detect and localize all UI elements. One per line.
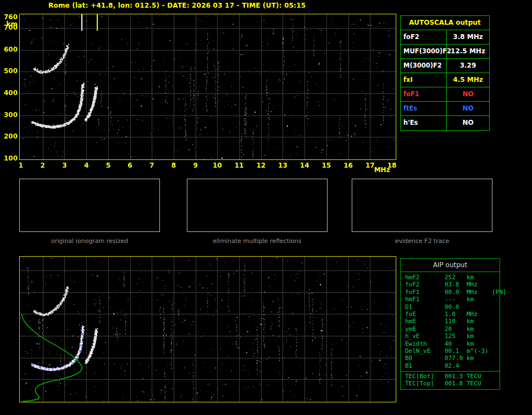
x-tick-label: 17 xyxy=(365,162,375,169)
x-tick-label: 5 xyxy=(106,162,110,169)
x-tick-label: 1 xyxy=(19,162,23,169)
autoscala-table-row: h'EsNO xyxy=(401,116,489,130)
aip-tec-row: TEC[Top]001.8TECU xyxy=(401,380,500,387)
aip-row-value: 001.3 xyxy=(445,373,467,380)
aip-row-note xyxy=(492,311,500,318)
aip-row-note xyxy=(492,347,500,355)
autoscala-row-label: foF1 xyxy=(401,87,447,101)
autoscala-table-row: ftEsNO xyxy=(401,102,489,116)
y-tick-label: 600 xyxy=(1,46,18,53)
aip-row-label: hmF1 xyxy=(405,296,445,303)
aip-row-label: hmE xyxy=(405,318,445,325)
aip-table-row: foF203.8MHz xyxy=(401,281,500,288)
aip-row-label: foF1 xyxy=(405,289,445,296)
aip-row-note xyxy=(492,318,500,325)
thumbnail-caption-reflections: eliminate multiple reflections xyxy=(213,237,302,245)
ionogram-canvas-scaled xyxy=(20,14,396,159)
x-tick-label: 12 xyxy=(256,162,265,169)
autoscala-table-row: foF1NO xyxy=(401,87,489,102)
x-tick-label: 16 xyxy=(343,162,353,169)
thumbnail-multiple-reflections xyxy=(187,179,328,232)
x-tick-label: 14 xyxy=(300,162,309,169)
autoscala-row-label: MUF(3000)F2 xyxy=(401,45,447,58)
aip-row-note xyxy=(492,281,500,288)
aip-table-title: AIP output xyxy=(401,259,500,272)
autoscala-row-value: 3.29 xyxy=(447,59,489,73)
y-tick-label: 200 xyxy=(1,132,18,140)
aip-table-row: B102.4 xyxy=(401,362,500,369)
aip-row-unit: km xyxy=(467,274,492,281)
aip-table-row: D100.0 xyxy=(401,303,500,311)
aip-row-label: B1 xyxy=(405,362,445,369)
aip-row-unit xyxy=(467,303,492,311)
y-tick-label: 300 xyxy=(1,111,18,119)
aip-row-note xyxy=(492,340,500,347)
autoscala-table-row: foF23.8 MHz xyxy=(401,30,489,45)
thumbnail-f2-trace xyxy=(352,179,492,232)
aip-row-value: 00.0 xyxy=(445,303,467,311)
ionogram-canvas-profile xyxy=(20,257,396,402)
autoscala-row-value: 4.5 MHz xyxy=(447,73,489,87)
aip-row-unit: km xyxy=(467,333,492,340)
aip-row-note xyxy=(492,333,500,340)
aip-table-row: Ewidth40km xyxy=(401,340,500,347)
x-tick-label: 2 xyxy=(41,162,45,169)
thumbnail-caption-f2trace: evidence F2 trace xyxy=(395,237,450,245)
autoscala-table-row: M(3000)F23.29 xyxy=(401,59,489,73)
aip-table-row: DelN_vE00.1m^(-3) xyxy=(401,347,500,355)
autoscala-row-value: 12.5 MHz xyxy=(447,45,489,58)
aip-row-label: h_vE xyxy=(405,333,445,340)
x-tick-label: 4 xyxy=(84,162,88,169)
aip-table-row: foE1.8MHz xyxy=(401,311,500,318)
aip-row-label: TEC[Bot] xyxy=(405,373,445,380)
aip-row-label: TEC[Top] xyxy=(405,380,445,387)
aip-row-value: 00.0 xyxy=(445,289,467,296)
aip-row-value: 40 xyxy=(445,340,467,347)
aip-row-value: 00.1 xyxy=(445,347,467,355)
aip-row-unit: MHz xyxy=(467,281,492,288)
aip-row-label: ymE xyxy=(405,325,445,333)
aip-row-note xyxy=(492,274,500,281)
aip-table-row: ymE20km xyxy=(401,325,500,333)
x-tick-label: 11 xyxy=(235,162,244,169)
aip-row-unit: km xyxy=(467,318,492,325)
ionogram-plot-scaled: foF2 fxI xyxy=(19,14,396,160)
thumbnail-canvas-original xyxy=(20,179,159,231)
page-title: Rome (lat: +41.8, lon: 012.5) - DATE: 20… xyxy=(48,2,306,9)
x-tick-label: 8 xyxy=(171,162,176,169)
y-axis-unit: km xyxy=(1,20,18,28)
aip-row-note: [PN] xyxy=(492,289,507,296)
aip-row-label: hmF2 xyxy=(405,274,445,281)
y-tick-label: 500 xyxy=(1,67,18,75)
aip-row-note xyxy=(492,355,500,362)
y-tick-label: 400 xyxy=(1,89,18,97)
aip-row-unit: TECU xyxy=(467,380,492,387)
aip-row-unit: TECU xyxy=(467,373,492,380)
thumbnail-original-ionogram xyxy=(19,179,160,232)
x-tick-label: 15 xyxy=(322,162,331,169)
aip-row-unit xyxy=(467,362,492,369)
aip-row-unit: km xyxy=(467,340,492,347)
aip-tec-row: TEC[Bot]001.3TECU xyxy=(401,373,500,380)
x-tick-label: 7 xyxy=(149,162,154,169)
aip-row-label: D1 xyxy=(405,303,445,311)
aip-tec-rows: TEC[Bot]001.3TECUTEC[Top]001.8TECU xyxy=(401,373,500,388)
aip-row-value: 110 xyxy=(445,318,467,325)
autoscala-table-body: foF23.8 MHzMUF(3000)F212.5 MHzM(3000)F23… xyxy=(401,30,489,130)
aip-table-body: hmF2252kmfoF203.8MHzfoF100.0MHz[PN]hmF1-… xyxy=(401,272,500,369)
x-tick-label: 6 xyxy=(128,162,132,169)
autoscala-table-title: AUTOSCALA output xyxy=(401,16,489,30)
aip-row-unit: km xyxy=(467,296,492,303)
thumbnail-caption-original: original ionogram resized xyxy=(51,237,128,245)
aip-row-unit: m^(-3) xyxy=(467,347,492,355)
autoscala-row-label: M(3000)F2 xyxy=(401,59,447,73)
aip-row-value: 1.8 xyxy=(445,311,467,318)
ionogram-plot-profile xyxy=(19,256,396,402)
x-axis-unit: MHz xyxy=(374,166,390,174)
aip-row-label: DelN_vE xyxy=(405,347,445,355)
x-tick-label: 13 xyxy=(278,162,287,169)
aip-row-value: 125 xyxy=(445,333,467,340)
x-tick-label: 3 xyxy=(62,162,66,169)
aip-row-label: Ewidth xyxy=(405,340,445,347)
aip-row-value: 252 xyxy=(445,274,467,281)
